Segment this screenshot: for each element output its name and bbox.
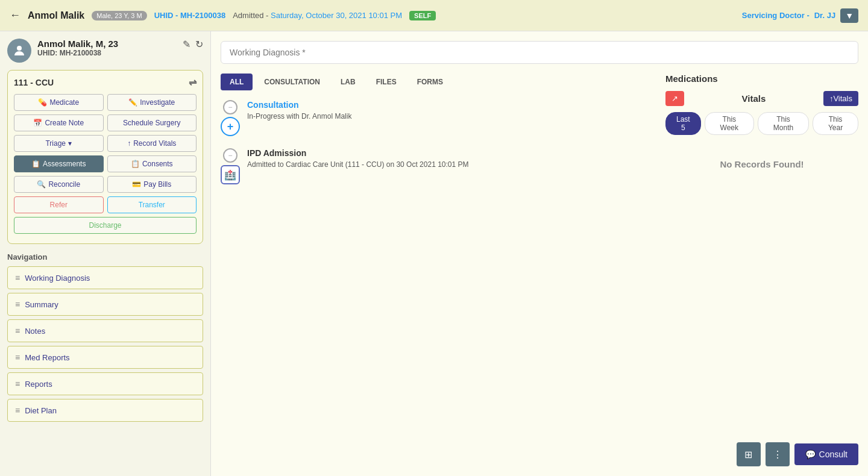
time-filter-last5[interactable]: Last 5 (665, 112, 701, 135)
working-diagnosis-input[interactable] (221, 41, 858, 64)
header-right: Servicing Doctor - Dr. JJ ▼ (742, 8, 858, 23)
nav-lines-icon-3: ≡ (15, 326, 20, 336)
grid-view-button[interactable]: ⊞ (737, 442, 761, 466)
timeline: − + Consultation In-Progress with Dr. An… (221, 100, 665, 184)
triage-dropdown-icon: ▾ (68, 139, 72, 148)
tab-files[interactable]: FILES (367, 74, 406, 90)
investigate-button[interactable]: ✏️ Investigate (107, 94, 197, 111)
medicate-button[interactable]: 💊 Medicate (14, 94, 104, 111)
triage-button[interactable]: Triage ▾ (14, 135, 104, 152)
timeline-collapse-btn-1[interactable]: − (223, 100, 237, 114)
medications-title: Medications (665, 74, 858, 84)
patient-uhid-sidebar: UHID: MH-2100038 (37, 49, 177, 57)
time-filter-this-week[interactable]: This Week (705, 112, 754, 135)
create-note-button[interactable]: 📅 Create Note (14, 114, 104, 131)
consents-icon: 📋 (131, 160, 140, 168)
medicate-icon: 💊 (38, 98, 47, 107)
tab-consultation[interactable]: CONSULTATION (255, 74, 329, 90)
timeline-item-consultation: − + Consultation In-Progress with Dr. An… (221, 100, 665, 136)
sidebar-item-working-diagnosis[interactable]: ≡ Working Diagnosis (7, 266, 203, 289)
servicing-doctor-label: Servicing Doctor - (742, 11, 810, 20)
assessments-icon: 📋 (31, 160, 40, 168)
navigation-section: Navigation ≡ Working Diagnosis ≡ Summary… (7, 252, 203, 422)
timeline-controls-2: − 🏥 (221, 148, 240, 184)
record-vitals-button[interactable]: ↑ Record Vitals (107, 135, 197, 152)
sidebar-item-reports[interactable]: ≡ Reports (7, 372, 203, 395)
vitals-header: ↗ Vitals ↑Vitals (665, 91, 858, 106)
patient-card: Anmol Malik, M, 23 UHID: MH-2100038 ✎ ↻ (7, 39, 203, 63)
ward-transfer-icon[interactable]: ⇌ (189, 77, 197, 88)
header-dropdown-button[interactable]: ▼ (840, 8, 858, 23)
refer-button[interactable]: Refer (14, 196, 104, 213)
content-inner: ALL CONSULTATION LAB FILES FORMS − + (221, 74, 858, 196)
discharge-button[interactable]: Discharge (14, 217, 197, 234)
timeline-item-ipd: − 🏥 IPD Admission Admitted to Cardiac Ca… (221, 148, 665, 184)
content-left: ALL CONSULTATION LAB FILES FORMS − + (221, 74, 665, 196)
patient-name-header: Anmol Malik (28, 10, 84, 21)
more-options-button[interactable]: ⋮ (766, 442, 790, 466)
nav-lines-icon-6: ≡ (15, 406, 20, 415)
patient-full-name: Anmol Malik, M, 23 (37, 39, 177, 49)
edit-patient-button[interactable]: ✎ (183, 39, 190, 50)
sidebar-item-med-reports[interactable]: ≡ Med Reports (7, 346, 203, 369)
nav-lines-icon-5: ≡ (15, 379, 20, 389)
ipd-subtitle: Admitted to Cardiac Care Unit (111 - CCU… (247, 160, 665, 169)
investigate-icon: ✏️ (128, 98, 137, 107)
assessments-button[interactable]: 📋 Assessments (14, 155, 104, 172)
pay-bills-icon: 💳 (132, 180, 141, 189)
vitals-title: Vitals (684, 93, 823, 104)
tabs-bar: ALL CONSULTATION LAB FILES FORMS (221, 74, 665, 90)
avatar (7, 39, 31, 63)
tab-lab[interactable]: LAB (332, 74, 365, 90)
ipd-icon[interactable]: 🏥 (221, 165, 240, 184)
time-filter-this-year[interactable]: This Year (813, 112, 858, 135)
patient-actions: ✎ ↻ (183, 39, 203, 50)
ipd-content: IPD Admission Admitted to Cardiac Care U… (247, 148, 665, 169)
consult-icon: 💬 (805, 449, 816, 459)
ward-box: 111 - CCU ⇌ 💊 Medicate ✏️ Investigate 📅 … (7, 70, 203, 244)
sidebar-item-summary[interactable]: ≡ Summary (7, 293, 203, 316)
action-grid-1: 💊 Medicate ✏️ Investigate 📅 Create Note … (14, 94, 197, 131)
timeline-collapse-btn-2[interactable]: − (223, 148, 237, 163)
sidebar-item-diet-plan[interactable]: ≡ Diet Plan (7, 399, 203, 422)
nav-lines-icon-4: ≡ (15, 352, 20, 362)
record-vitals-icon: ↑ (127, 139, 131, 148)
gender-age-badge: Male, 23 Y, 3 M (92, 11, 146, 20)
back-button[interactable]: ← (10, 9, 20, 22)
create-note-icon: 📅 (33, 119, 42, 127)
svg-point-0 (17, 46, 22, 51)
reconcile-button[interactable]: 🔍 Reconcile (14, 176, 104, 193)
no-records-message: No Records Found! (665, 159, 858, 169)
vitals-blue-button[interactable]: ↑Vitals (823, 91, 858, 106)
reconcile-icon: 🔍 (37, 180, 46, 189)
sidebar-item-notes[interactable]: ≡ Notes (7, 319, 203, 342)
self-badge: SELF (409, 11, 436, 20)
header: ← Anmol Malik Male, 23 Y, 3 M UHID - MH-… (0, 0, 868, 31)
transfer-button[interactable]: Transfer (107, 196, 197, 213)
time-filter-this-month[interactable]: This Month (758, 112, 809, 135)
vitals-time-filters: Last 5 This Week This Month This Year (665, 112, 858, 135)
action-grid-3: 🔍 Reconcile 💳 Pay Bills (14, 176, 197, 193)
nav-lines-icon-2: ≡ (15, 299, 20, 309)
header-uhid: UHID - MH-2100038 (154, 11, 226, 20)
timeline-controls-1: − + (221, 100, 240, 136)
pay-bills-button[interactable]: 💳 Pay Bills (107, 176, 197, 193)
tab-forms[interactable]: FORMS (408, 74, 452, 90)
consultation-title[interactable]: Consultation (247, 100, 665, 110)
refresh-button[interactable]: ↻ (195, 39, 203, 50)
sidebar: Anmol Malik, M, 23 UHID: MH-2100038 ✎ ↻ … (0, 31, 211, 476)
servicing-doctor-value: Dr. JJ (814, 11, 835, 20)
ipd-title: IPD Admission (247, 148, 665, 158)
consents-button[interactable]: 📋 Consents (107, 155, 197, 172)
consult-button[interactable]: 💬 Consult (794, 443, 858, 465)
nav-lines-icon-1: ≡ (15, 273, 20, 283)
patient-info: Anmol Malik, M, 23 UHID: MH-2100038 (37, 39, 177, 57)
action-grid-4: Refer Transfer Discharge (14, 196, 197, 234)
tab-all[interactable]: ALL (221, 74, 253, 90)
vitals-red-button[interactable]: ↗ (665, 91, 684, 106)
consultation-icon[interactable]: + (221, 117, 240, 136)
consultation-subtitle: In-Progress with Dr. Anmol Malik (247, 112, 665, 121)
ward-header: 111 - CCU ⇌ (14, 77, 197, 88)
schedule-surgery-button[interactable]: Schedule Surgery (107, 114, 197, 131)
ward-title: 111 - CCU (14, 78, 54, 87)
